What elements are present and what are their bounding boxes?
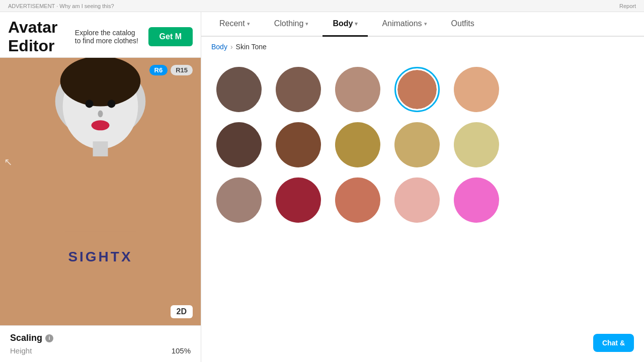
badge-r6[interactable]: R6 — [149, 65, 168, 75]
color-swatch-1[interactable] — [216, 67, 262, 112]
color-swatch-12[interactable] — [276, 177, 321, 223]
breadcrumb-separator: › — [230, 43, 233, 51]
explore-catalog-text: Explore the catalog to find more clothes… — [75, 29, 141, 45]
top-header: Avatar Editor Explore the catalog to fin… — [0, 12, 201, 58]
color-grid-area — [201, 57, 644, 362]
svg-point-5 — [107, 100, 115, 108]
main-layout: Avatar Editor Explore the catalog to fin… — [0, 12, 644, 362]
breadcrumb: Body › Skin Tone — [201, 37, 644, 57]
color-swatch-4[interactable] — [394, 67, 440, 112]
sightx-label: SIGHTX — [68, 249, 132, 265]
badge-r15[interactable]: R15 — [171, 65, 193, 75]
color-swatch-2[interactable] — [276, 67, 321, 112]
svg-rect-8 — [93, 141, 108, 156]
breadcrumb-parent[interactable]: Body — [211, 43, 227, 51]
color-swatch-10[interactable] — [454, 122, 499, 167]
chevron-recent-icon: ▾ — [247, 21, 250, 27]
badge-2d[interactable]: 2D — [171, 305, 193, 318]
chevron-body-icon: ▾ — [355, 21, 358, 27]
color-swatch-14[interactable] — [394, 177, 440, 223]
color-swatch-8[interactable] — [335, 122, 380, 167]
color-swatch-9[interactable] — [394, 122, 440, 167]
svg-point-7 — [92, 120, 110, 130]
color-swatch-7[interactable] — [276, 122, 321, 167]
height-label: Height — [10, 346, 32, 355]
scaling-info-icon[interactable]: i — [45, 334, 53, 342]
scaling-label: Scaling — [10, 333, 42, 343]
badge-container: R6 R15 — [149, 65, 193, 75]
chevron-animations-icon: ▾ — [424, 21, 427, 27]
avatar-preview: R6 R15 2D ↖ SIGHTX — [0, 58, 201, 325]
avatar-svg — [0, 58, 201, 325]
nav-tab-body[interactable]: Body▾ — [323, 12, 368, 37]
nav-tab-recent[interactable]: Recent▾ — [209, 12, 260, 37]
svg-point-3 — [60, 58, 141, 106]
breadcrumb-current: Skin Tone — [236, 43, 267, 51]
nav-tab-clothing[interactable]: Clothing▾ — [264, 12, 319, 37]
color-row-2 — [216, 177, 629, 223]
rotate-left-icon[interactable]: ↖ — [4, 156, 13, 168]
chevron-clothing-icon: ▾ — [305, 21, 308, 27]
height-value: 105% — [172, 346, 191, 355]
color-swatch-15[interactable] — [454, 177, 499, 223]
chat-button[interactable]: Chat & — [593, 334, 634, 352]
right-panel: Recent▾Clothing▾Body▾Animations▾Outfits … — [201, 12, 644, 362]
nav-tab-animations[interactable]: Animations▾ — [372, 12, 437, 37]
svg-point-6 — [98, 110, 103, 117]
svg-point-4 — [86, 100, 94, 108]
ad-bar-right: Report — [619, 3, 636, 9]
get-more-button[interactable]: Get M — [148, 27, 193, 46]
ad-bar: ADVERTISEMENT · Why am I seeing this? Re… — [0, 0, 644, 12]
nav-tabs: Recent▾Clothing▾Body▾Animations▾Outfits — [201, 12, 644, 37]
left-panel: Avatar Editor Explore the catalog to fin… — [0, 12, 201, 362]
color-swatch-5[interactable] — [454, 67, 499, 112]
height-row: Height 105% — [10, 346, 191, 355]
header-right: Explore the catalog to find more clothes… — [75, 27, 193, 46]
color-swatch-13[interactable] — [335, 177, 380, 223]
color-swatch-6[interactable] — [216, 122, 262, 167]
color-row-1 — [216, 122, 629, 167]
color-swatch-11[interactable] — [216, 177, 262, 223]
scaling-section: Scaling i Height 105% — [0, 325, 201, 362]
color-swatch-3[interactable] — [335, 67, 380, 112]
ad-bar-left: ADVERTISEMENT · Why am I seeing this? — [8, 3, 114, 9]
nav-tab-outfits[interactable]: Outfits — [441, 12, 485, 37]
page-title: Avatar Editor — [8, 18, 75, 55]
scaling-title: Scaling i — [10, 333, 191, 343]
color-row-0 — [216, 67, 629, 112]
